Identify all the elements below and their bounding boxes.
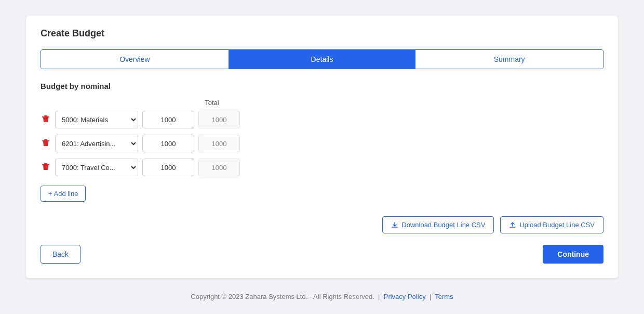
tab-details[interactable]: Details xyxy=(229,50,416,69)
download-csv-button[interactable]: Download Budget Line CSV xyxy=(382,216,494,233)
svg-rect-5 xyxy=(44,163,47,164)
delete-row-1-icon[interactable] xyxy=(41,115,51,125)
upload-csv-button[interactable]: Upload Budget Line CSV xyxy=(500,216,603,233)
tabs-container: Overview Details Summary xyxy=(41,49,603,69)
nominal-select-2[interactable]: 6201: Advertisin... xyxy=(55,135,138,152)
budget-row: 7000: Travel Co... xyxy=(41,159,603,176)
delete-row-3-icon[interactable] xyxy=(41,163,51,173)
svg-rect-4 xyxy=(42,164,49,165)
csv-buttons-container: Download Budget Line CSV Upload Budget L… xyxy=(41,216,603,233)
section-title: Budget by nominal xyxy=(41,82,603,90)
terms-link[interactable]: Terms xyxy=(435,293,453,300)
copyright-text: Copyright © 2023 Zahara Systems Ltd. - A… xyxy=(191,293,374,300)
amount-input-3[interactable] xyxy=(142,159,194,176)
separator-1: | xyxy=(378,293,380,300)
tab-overview[interactable]: Overview xyxy=(41,50,229,69)
total-input-3 xyxy=(198,159,240,176)
amount-input-2[interactable] xyxy=(142,135,194,152)
nominal-select-1[interactable]: 5000: Materials xyxy=(55,111,138,128)
total-input-2 xyxy=(198,135,240,152)
upload-icon xyxy=(509,221,516,229)
svg-rect-0 xyxy=(42,116,49,117)
privacy-policy-link[interactable]: Privacy Policy xyxy=(384,293,426,300)
separator-2: | xyxy=(430,293,431,300)
download-icon xyxy=(391,221,398,229)
add-line-button[interactable]: + Add line xyxy=(41,186,86,202)
page-title: Create Budget xyxy=(41,28,603,39)
total-column-header: Total xyxy=(186,99,238,107)
delete-row-2-icon[interactable] xyxy=(41,139,51,149)
budget-row: 5000: Materials xyxy=(41,111,603,128)
page-footer: Copyright © 2023 Zahara Systems Ltd. - A… xyxy=(191,293,453,300)
footer-buttons: Back Continue xyxy=(41,245,603,264)
nominal-select-3[interactable]: 7000: Travel Co... xyxy=(55,159,138,176)
back-button[interactable]: Back xyxy=(41,245,81,264)
svg-rect-3 xyxy=(44,139,47,140)
create-budget-card: Create Budget Overview Details Summary B… xyxy=(26,16,618,278)
svg-rect-2 xyxy=(42,140,49,141)
total-input-1 xyxy=(198,111,240,128)
amount-input-1[interactable] xyxy=(142,111,194,128)
tab-summary[interactable]: Summary xyxy=(415,50,603,69)
budget-row: 6201: Advertisin... xyxy=(41,135,603,152)
table-header: Total xyxy=(186,99,603,107)
continue-button[interactable]: Continue xyxy=(543,245,603,264)
svg-rect-1 xyxy=(44,115,47,116)
